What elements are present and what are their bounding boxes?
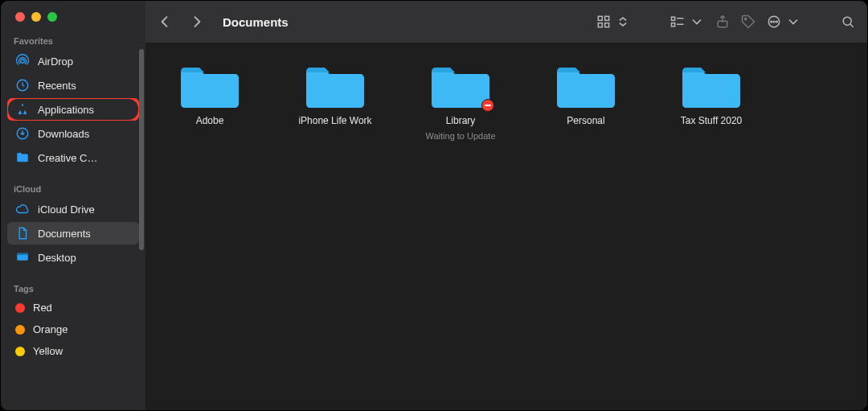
svg-point-18 [776, 21, 778, 23]
clock-icon [15, 78, 30, 92]
folder-label: Library [446, 115, 476, 126]
svg-point-0 [21, 60, 25, 64]
svg-line-20 [850, 24, 854, 27]
no-entry-badge-icon [481, 99, 494, 112]
download-icon [15, 126, 30, 141]
sidebar-item-desktop[interactable]: Desktop [7, 246, 139, 269]
folder-item-adobe[interactable]: Adobe [162, 64, 258, 126]
folder-label: Tax Stuff 2020 [681, 115, 743, 126]
sidebar-item-label: Recents [38, 80, 76, 92]
sidebar-section-tags-label: Tags [1, 277, 145, 297]
forward-button[interactable] [189, 14, 205, 30]
folder-icon [15, 150, 30, 165]
folder-icon [681, 64, 742, 110]
svg-rect-4 [17, 253, 28, 255]
group-by-button[interactable] [669, 14, 705, 30]
applications-icon [15, 102, 30, 117]
folder-item-tax-stuff-2020[interactable]: Tax Stuff 2020 [663, 64, 760, 126]
folder-item-personal[interactable]: Personal [538, 64, 634, 126]
folder-icon [430, 64, 491, 110]
document-icon [15, 226, 30, 240]
tag-label: Orange [33, 323, 68, 335]
sidebar-item-label: Applications [38, 104, 94, 116]
sidebar-section-icloud-label: iCloud [1, 178, 145, 197]
folder-label: Adobe [196, 115, 224, 126]
sidebar: Favorites AirDrop Recents Applications D… [1, 1, 145, 410]
finder-window: Favorites AirDrop Recents Applications D… [0, 0, 868, 411]
sidebar-item-icloud-drive[interactable]: iCloud Drive [7, 198, 139, 220]
sidebar-item-applications[interactable]: Applications [7, 98, 139, 121]
maximize-window-button[interactable] [47, 12, 57, 22]
folder-item-library[interactable]: Library Waiting to Update [412, 64, 509, 141]
minimize-window-button[interactable] [31, 12, 41, 22]
svg-rect-6 [605, 16, 609, 20]
sidebar-section-favorites-label: Favorites [1, 30, 145, 49]
tag-label: Yellow [33, 345, 63, 357]
folder-grid: Adobe iPhone Life Work Library Waiting t… [145, 43, 867, 410]
sidebar-item-label: Downloads [38, 128, 89, 140]
svg-point-19 [843, 17, 851, 25]
sidebar-item-label: AirDrop [38, 55, 73, 68]
svg-rect-10 [672, 23, 675, 27]
tag-dot-icon [15, 325, 25, 335]
search-button[interactable] [840, 14, 856, 30]
tag-item-red[interactable]: Red [7, 298, 139, 318]
window-controls [1, 1, 145, 30]
folder-label: iPhone Life Work [298, 115, 371, 126]
tag-label: Red [33, 302, 52, 314]
sidebar-item-documents[interactable]: Documents [7, 222, 139, 245]
main-pane: Documents [145, 1, 867, 410]
share-button[interactable] [714, 14, 731, 30]
tag-item-orange[interactable]: Orange [7, 319, 139, 339]
sidebar-item-recents[interactable]: Recents [7, 74, 139, 97]
sidebar-item-label: Creative C… [38, 152, 97, 164]
svg-point-14 [745, 18, 747, 20]
svg-rect-5 [598, 16, 602, 20]
desktop-icon [15, 250, 30, 265]
folder-icon [555, 64, 616, 110]
close-window-button[interactable] [15, 12, 25, 22]
sidebar-scrollbar-thumb[interactable] [139, 49, 144, 250]
svg-rect-9 [672, 17, 675, 20]
svg-point-16 [771, 21, 772, 23]
folder-icon [179, 64, 240, 110]
sidebar-item-label: Documents [38, 228, 91, 240]
svg-rect-8 [605, 23, 609, 27]
svg-rect-7 [598, 23, 602, 27]
actions-menu-button[interactable] [766, 14, 801, 30]
sidebar-item-airdrop[interactable]: AirDrop [7, 50, 139, 72]
sidebar-scrollbar[interactable] [139, 49, 144, 306]
svg-point-17 [773, 21, 775, 23]
window-title: Documents [223, 15, 289, 29]
folder-icon [305, 64, 366, 110]
sidebar-item-label: Desktop [38, 252, 76, 264]
tag-dot-icon [15, 347, 25, 356]
folder-item-iphone-life-work[interactable]: iPhone Life Work [287, 64, 383, 126]
tag-dot-icon [15, 303, 25, 313]
folder-status: Waiting to Update [425, 131, 495, 141]
sidebar-item-downloads[interactable]: Downloads [7, 122, 139, 145]
cloud-icon [15, 202, 30, 216]
folder-label: Personal [567, 115, 604, 126]
tag-item-yellow[interactable]: Yellow [7, 341, 139, 361]
view-mode-button[interactable] [596, 14, 631, 30]
tags-button[interactable] [740, 14, 756, 30]
sidebar-item-label: iCloud Drive [38, 203, 95, 216]
toolbar: Documents [145, 1, 867, 43]
airdrop-icon [15, 54, 30, 68]
back-button[interactable] [157, 14, 173, 30]
sidebar-item-creative-cloud[interactable]: Creative C… [7, 146, 139, 169]
